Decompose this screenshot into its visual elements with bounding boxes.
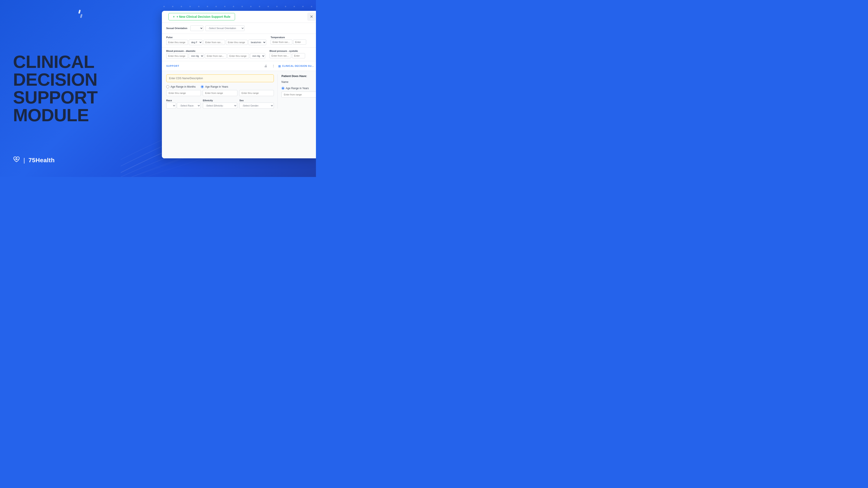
bp-diastolic-inputs: mm Hg mm Hg [166, 53, 265, 59]
cds-panel-icon: ▦ [278, 64, 281, 68]
age-thru-range-input2[interactable] [239, 90, 274, 96]
cds-right-label: CLINICAL DECISION SU... [282, 65, 314, 67]
race-small-select[interactable] [166, 103, 176, 109]
age-range-section: Age Range in Months Age Range in Years [166, 85, 274, 96]
cds-right-column: Patient Does Have: Name Age Range in Yea… [277, 74, 316, 109]
logo-divider: | [24, 157, 25, 164]
svg-point-13 [276, 6, 278, 7]
bp-systolic-label: Blood pressure - systolic [270, 50, 314, 52]
bp-diastolic-unit-select2[interactable]: mm Hg [250, 53, 265, 59]
main-title: CLINICAL DECISION SUPPORT MODULE [13, 53, 108, 124]
demographics-row: Race -Select Race- Ethnic [166, 99, 274, 109]
temperature-section: Temperature [271, 36, 314, 45]
svg-point-4 [198, 6, 199, 7]
race-label: Race [166, 99, 201, 102]
svg-point-11 [259, 6, 260, 7]
modal-close-button[interactable]: ✕ [307, 12, 315, 21]
svg-point-3 [189, 6, 191, 7]
temp-thru-input[interactable] [293, 39, 306, 45]
more-options-button[interactable]: ⋮ [270, 63, 276, 69]
age-from-range-input[interactable] [203, 90, 238, 96]
bp-systolic-inputs [270, 53, 314, 58]
sexual-orientation-select[interactable]: -Select Sexual Orientation [206, 25, 245, 31]
pulse-thru-range-input[interactable] [166, 40, 188, 45]
right-age-input-row [281, 92, 316, 98]
age-inputs-row [166, 90, 274, 96]
svg-point-5 [207, 6, 208, 7]
logo-text: 75Health [28, 157, 55, 164]
bp-systolic-section: Blood pressure - systolic [270, 50, 314, 59]
ethnicity-label: Ethnicity [203, 99, 238, 102]
bp-diastolic-label: Blood pressure - diastolic [166, 50, 265, 52]
age-months-radio-label[interactable]: Age Range in Months [166, 85, 195, 88]
age-years-right-radio[interactable] [281, 87, 284, 90]
age-years-radio-label[interactable]: Age Range in Years [201, 85, 228, 88]
age-thru-range-input[interactable] [166, 90, 201, 96]
modal-bar: + + New Clinical Decision Support Rule ✕ [162, 11, 316, 23]
new-rule-button[interactable]: + + New Clinical Decision Support Rule [168, 13, 235, 21]
bp-systolic-from-input[interactable] [270, 53, 291, 58]
svg-point-10 [250, 6, 251, 7]
support-label: SUPPORT [166, 65, 179, 67]
svg-point-17 [311, 6, 312, 7]
left-content-panel: CLINICAL DECISION SUPPORT MODULE [9, 0, 113, 177]
bp-systolic-thru-input[interactable] [292, 53, 305, 58]
temperature-label: Temperature [271, 36, 314, 39]
svg-point-14 [285, 6, 286, 7]
svg-point-16 [302, 6, 304, 7]
age-months-radio[interactable] [166, 85, 169, 88]
age-years-radio[interactable] [201, 85, 204, 88]
svg-point-8 [233, 6, 234, 7]
temp-unit-select[interactable]: deg F [189, 39, 203, 45]
pulse-thru-input[interactable] [226, 40, 248, 45]
sexual-orientation-label: Sexual Orientation [166, 27, 187, 30]
sex-select[interactable]: -Select Gender- [239, 103, 274, 109]
vitals-row-pulse-temp: Pulse deg F beats/min [162, 34, 316, 47]
cds-name-input[interactable] [166, 74, 274, 82]
form-area: Sexual Orientation -Select Sexual Orient… [162, 23, 316, 158]
svg-point-0 [163, 6, 165, 7]
race-group: Race -Select Race- [166, 99, 201, 109]
gender-select-small[interactable] [190, 25, 203, 31]
svg-point-1 [172, 6, 174, 7]
cds-right-section: ▦ CLINICAL DECISION SU... [278, 64, 314, 68]
bp-diastolic-from-input[interactable] [205, 53, 226, 59]
right-age-from-input[interactable] [281, 92, 316, 98]
temp-from-input[interactable] [271, 39, 292, 45]
bp-diastolic-section: Blood pressure - diastolic mm Hg mm Hg [166, 50, 265, 59]
pulse-from-input[interactable] [203, 40, 225, 45]
middle-toolbar: SUPPORT 🖨 ⋮ ▦ CLINICAL DECISION SU... [162, 61, 316, 71]
right-age-section: Age Range in Years [281, 87, 316, 98]
svg-point-6 [215, 6, 217, 7]
sex-group: Sex -Select Gender- [239, 99, 274, 109]
ethnicity-select[interactable]: -Select Ethnicity- [203, 103, 238, 109]
age-years-right-label[interactable]: Age Range in Years [281, 87, 316, 90]
temperature-inputs [271, 39, 314, 45]
race-select[interactable]: -Select Race- [177, 103, 200, 109]
svg-point-9 [242, 6, 243, 7]
plus-icon: + [173, 15, 175, 19]
bp-diastolic-unit-select[interactable]: mm Hg [189, 53, 204, 59]
cds-form-body: Age Range in Months Age Range in Years [162, 71, 316, 112]
ethnicity-group: Ethnicity -Select Ethnicity- [203, 99, 238, 109]
bp-diastolic-thru-input[interactable] [227, 53, 249, 59]
age-range-options: Age Range in Months Age Range in Years [166, 85, 274, 88]
sexual-orientation-row: Sexual Orientation -Select Sexual Orient… [162, 23, 316, 34]
race-inputs: -Select Race- [166, 103, 201, 109]
toolbar-actions: 🖨 ⋮ ▦ CLINICAL DECISION SU... [262, 63, 314, 69]
svg-point-7 [224, 6, 225, 7]
ui-panel: + + New Clinical Decision Support Rule ✕… [162, 11, 316, 158]
bp-diastolic-thru-range[interactable] [166, 53, 188, 59]
name-label: Name [281, 80, 288, 84]
logo-heart-icon [13, 156, 20, 164]
svg-point-15 [293, 6, 295, 7]
vitals-row-bp: Blood pressure - diastolic mm Hg mm Hg [162, 47, 316, 61]
pulse-inputs: deg F beats/min [166, 39, 266, 45]
sex-label: Sex [239, 99, 274, 102]
svg-point-2 [181, 6, 182, 7]
pulse-unit-select[interactable]: beats/min [248, 39, 266, 45]
pulse-section: Pulse deg F beats/min [166, 36, 266, 45]
svg-point-12 [268, 6, 269, 7]
print-button[interactable]: 🖨 [262, 63, 269, 69]
pulse-label: Pulse [166, 36, 266, 39]
